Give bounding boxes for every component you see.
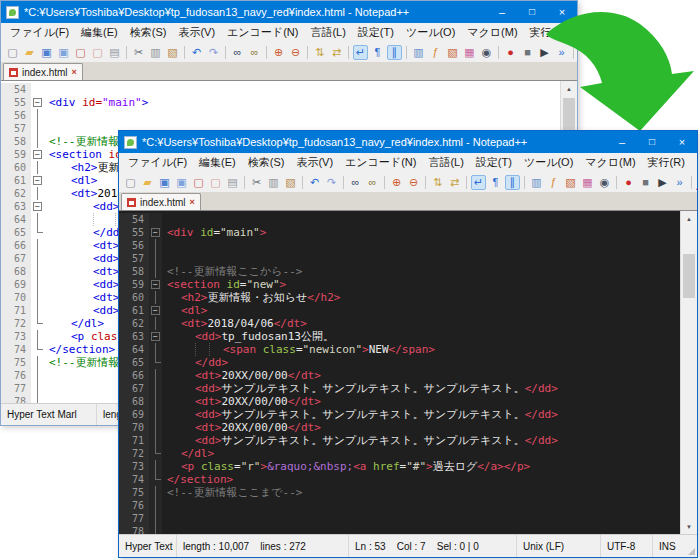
replace-icon[interactable]: ∞ <box>365 175 380 190</box>
find-icon[interactable]: ∞ <box>348 175 363 190</box>
fold-marker[interactable]: − <box>31 148 44 161</box>
code-line[interactable]: 56 <box>1 109 560 122</box>
paste-icon[interactable]: ▧ <box>165 45 180 60</box>
redo-icon[interactable]: ↷ <box>324 175 339 190</box>
maximize-button[interactable]: □ <box>517 1 547 23</box>
doc-map-icon[interactable]: ▥ <box>529 175 544 190</box>
menu-item[interactable]: ファイル(F) <box>4 25 75 40</box>
find-icon[interactable]: ∞ <box>230 45 245 60</box>
macro-play-icon[interactable]: ▶ <box>655 175 670 190</box>
tab-close-icon[interactable]: × <box>72 68 77 77</box>
fold-collapse-icon[interactable]: − <box>151 228 160 237</box>
menu-item[interactable]: ツール(O) <box>400 25 461 40</box>
menu-item[interactable]: プラグイン(P) <box>573 25 577 40</box>
minimize-button[interactable]: – <box>487 1 517 23</box>
show-eol-icon[interactable]: ¶ <box>370 45 385 60</box>
save-all-icon[interactable]: ▣ <box>56 45 71 60</box>
code-line[interactable]: 55−<div id="main"> <box>119 226 680 239</box>
code-line[interactable]: 77 <box>119 512 680 525</box>
code-line[interactable]: 67<dd>サンプルテキスト。サンプルテキスト。サンプルテキスト。</dd> <box>119 382 680 395</box>
save-icon[interactable]: ▣ <box>157 175 172 190</box>
fold-marker[interactable]: − <box>31 96 44 109</box>
fold-marker[interactable]: − <box>149 278 162 291</box>
code-line[interactable]: 63−<dd>tp_fudosan13公開。 <box>119 330 680 343</box>
open-folder-icon[interactable]: ▰ <box>140 175 155 190</box>
save-all-icon[interactable]: ▣ <box>174 175 189 190</box>
macro-run-icon[interactable]: » <box>672 175 687 190</box>
menu-item[interactable]: マクロ(M) <box>579 155 641 170</box>
fold-collapse-icon[interactable]: − <box>151 306 160 315</box>
code-line[interactable]: 65</dd> <box>119 356 680 369</box>
fold-marker[interactable]: − <box>31 174 44 187</box>
code-line[interactable]: 72</dl> <box>119 447 680 460</box>
function-list-icon[interactable]: ƒ <box>546 175 561 190</box>
minimize-button[interactable]: – <box>607 131 637 153</box>
sync-scroll-v-icon[interactable]: ⇅ <box>312 45 327 60</box>
indent-guide-icon[interactable]: ∥ <box>505 175 520 190</box>
menu-item[interactable]: 実行(R) <box>524 25 573 40</box>
new-file-icon[interactable]: ▢ <box>123 175 138 190</box>
menu-item[interactable]: ツール(O) <box>518 155 579 170</box>
code-line[interactable]: 70<dt>20XX/00/00</dt> <box>119 421 680 434</box>
copy-icon[interactable]: ▥ <box>266 175 281 190</box>
sync-scroll-h-icon[interactable]: ⇄ <box>329 45 344 60</box>
menu-item[interactable]: ファイル(F) <box>122 155 193 170</box>
tab-close-icon[interactable]: × <box>190 198 195 207</box>
status-eol-format[interactable]: Unix (LF) <box>517 535 601 557</box>
undo-icon[interactable]: ↶ <box>189 45 204 60</box>
code-line[interactable]: 66<dt>20XX/00/00</dt> <box>119 369 680 382</box>
spell-check-icon[interactable]: ABC <box>696 175 697 190</box>
code-line[interactable]: 76 <box>119 499 680 512</box>
save-icon[interactable]: ▣ <box>39 45 54 60</box>
function-list-icon[interactable]: ƒ <box>428 45 443 60</box>
undo-icon[interactable]: ↶ <box>307 175 322 190</box>
menu-item[interactable]: 実行(R) <box>642 155 691 170</box>
code-line[interactable]: 55−<div id="main"> <box>1 96 560 109</box>
replace-icon[interactable]: ∞ <box>247 45 262 60</box>
close-all-icon[interactable]: ▢ <box>208 175 223 190</box>
macro-record-icon[interactable]: ● <box>503 45 518 60</box>
status-typing-mode[interactable]: INS <box>653 535 685 557</box>
menu-item[interactable]: プラグイン(P) <box>691 155 697 170</box>
print-icon[interactable]: ▤ <box>107 45 122 60</box>
menu-item[interactable]: 表示(V) <box>172 25 221 40</box>
code-line[interactable]: 75<!--更新情報ここまで--> <box>119 486 680 499</box>
zoom-out-icon[interactable]: ⊖ <box>406 175 421 190</box>
vertical-scrollbar[interactable]: ▲ ▼ <box>680 211 697 534</box>
menu-item[interactable]: 言語(L) <box>304 25 351 40</box>
folder-workspace-icon[interactable]: ▧ <box>563 175 578 190</box>
code-line[interactable]: 62<dt>2018/04/06</dt> <box>119 317 680 330</box>
cut-icon[interactable]: ✂ <box>131 45 146 60</box>
code-line[interactable]: 71<dd>サンプルテキスト。サンプルテキスト。サンプルテキスト。</dd> <box>119 434 680 447</box>
scroll-down-icon[interactable]: ▼ <box>681 519 697 534</box>
scroll-up-icon[interactable]: ▲ <box>681 211 697 226</box>
doc-map-icon[interactable]: ▥ <box>411 45 426 60</box>
sync-scroll-h-icon[interactable]: ⇄ <box>447 175 462 190</box>
zoom-in-icon[interactable]: ⊕ <box>389 175 404 190</box>
menu-item[interactable]: マクロ(M) <box>461 25 523 40</box>
menu-item[interactable]: 言語(L) <box>422 155 469 170</box>
status-encoding[interactable]: UTF-8 <box>601 535 653 557</box>
zoom-in-icon[interactable]: ⊕ <box>271 45 286 60</box>
title-bar[interactable]: *C:¥Users¥Toshiba¥Desktop¥tp_fudosan13_n… <box>119 131 697 153</box>
macro-stop-icon[interactable]: ■ <box>520 45 535 60</box>
print-icon[interactable]: ▤ <box>225 175 240 190</box>
editor-area[interactable]: 5455−<div id="main">565758<!--更新情報ここから--… <box>119 211 697 534</box>
fold-collapse-icon[interactable]: − <box>33 150 42 159</box>
code-line[interactable]: 69<dd>サンプルテキスト。サンプルテキスト。サンプルテキスト。</dd> <box>119 408 680 421</box>
code-line[interactable]: 56 <box>119 239 680 252</box>
scrollbar-thumb[interactable] <box>683 254 695 298</box>
fold-marker[interactable]: − <box>31 200 44 213</box>
code-line[interactable]: 64<span class="newicon">NEW</span> <box>119 343 680 356</box>
close-all-icon[interactable]: ▢ <box>90 45 105 60</box>
paste-icon[interactable]: ▧ <box>283 175 298 190</box>
menu-item[interactable]: エンコード(N) <box>221 25 304 40</box>
copy-icon[interactable]: ▥ <box>148 45 163 60</box>
cut-icon[interactable]: ✂ <box>249 175 264 190</box>
fold-collapse-icon[interactable]: − <box>33 98 42 107</box>
menu-item[interactable]: 表示(V) <box>290 155 339 170</box>
macro-play-icon[interactable]: ▶ <box>537 45 552 60</box>
doc-switcher-icon[interactable]: ▦ <box>462 45 477 60</box>
title-bar[interactable]: *C:¥Users¥Toshiba¥Desktop¥tp_fudosan13_n… <box>1 1 577 23</box>
code-line[interactable]: 74</section> <box>119 473 680 486</box>
